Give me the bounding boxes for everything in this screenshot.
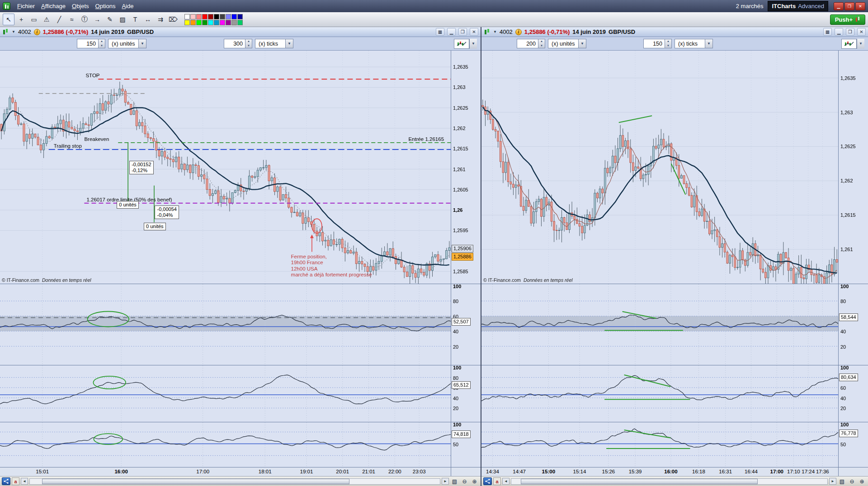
color-swatch[interactable]	[196, 20, 202, 25]
share-icon[interactable]	[483, 477, 492, 485]
chart-style-button[interactable]	[841, 39, 857, 49]
color-swatch[interactable]	[220, 20, 225, 25]
freehand-tool-icon[interactable]: ≈	[66, 14, 78, 25]
menu-aide[interactable]: Aide	[118, 1, 137, 11]
price-axis[interactable]: 1,26351,2631,26251,2621,26151,2611,26051…	[451, 51, 481, 284]
window-maximize-icon[interactable]: ❒	[846, 28, 854, 36]
color-swatch[interactable]	[237, 20, 243, 25]
color-swatch[interactable]	[237, 14, 243, 19]
color-swatch[interactable]	[202, 20, 208, 25]
color-swatch[interactable]	[226, 14, 231, 19]
ticks-type-select[interactable]: (x) ticks ▼	[675, 39, 713, 48]
menu-affichage[interactable]: Affichage	[38, 1, 69, 11]
color-swatch[interactable]	[226, 20, 231, 25]
alarm-tool-icon[interactable]: ⚠	[41, 14, 52, 25]
oscillator-chart-1[interactable]	[0, 284, 451, 365]
circled-text-tool-icon[interactable]: Ⓣ	[79, 14, 90, 25]
candlestick-canvas[interactable]	[481, 51, 838, 284]
color-swatch[interactable]	[220, 14, 225, 19]
oscillator-canvas[interactable]	[0, 365, 451, 422]
window-minimize-icon[interactable]: ▁	[447, 28, 456, 36]
info-icon[interactable]: i	[515, 29, 522, 35]
scroll-right-button[interactable]: ►	[829, 478, 836, 485]
color-swatch[interactable]	[202, 14, 208, 19]
oscillator-chart-2[interactable]	[0, 365, 451, 422]
grid-view-icon[interactable]: ▦	[823, 28, 832, 36]
zoom-in-icon[interactable]: ⊕	[858, 477, 866, 485]
menu-options[interactable]: Options	[92, 1, 119, 11]
instrument-dropdown-icon[interactable]: ▼	[493, 30, 497, 34]
menu-objets[interactable]: Objets	[69, 1, 92, 11]
magnet-icon[interactable]: a	[12, 477, 19, 485]
zoom-out-icon[interactable]: ⊖	[460, 477, 469, 485]
color-swatch[interactable]	[208, 20, 213, 25]
magnet-icon[interactable]: a	[493, 477, 501, 485]
h-scrollbar[interactable]	[29, 478, 440, 485]
main-chart[interactable]: © IT-Finance.comDonnées en temps réel	[481, 51, 838, 284]
scrollbar-thumb[interactable]	[42, 479, 349, 484]
pencil-tool-icon[interactable]: ✎	[104, 14, 116, 25]
oscillator-chart-1[interactable]	[481, 284, 838, 365]
oscillator-chart-3[interactable]	[481, 422, 838, 467]
oscillator-canvas[interactable]	[0, 284, 451, 365]
delete-tool-icon[interactable]: ⌦	[167, 14, 179, 25]
app-restore-button[interactable]: ❐	[844, 2, 854, 10]
share-icon[interactable]	[2, 477, 10, 485]
chart-style-button[interactable]	[454, 39, 469, 49]
app-close-button[interactable]: ✕	[855, 2, 865, 10]
units-count-input[interactable]: 150 ▲▼	[77, 39, 105, 48]
h-scrollbar[interactable]	[511, 478, 828, 485]
oscillator-chart-3[interactable]	[0, 422, 451, 467]
rectangle-tool-icon[interactable]: ▭	[28, 14, 40, 25]
window-titlebar[interactable]: ▼ 4002 i 1,25886 (-0,71%) 14 juin 2019 G…	[0, 27, 481, 37]
text-tool-icon[interactable]: T	[129, 14, 141, 25]
horizontal-extend-tool-icon[interactable]: ↔	[142, 14, 154, 25]
chart-style-dropdown[interactable]: ▼	[469, 39, 477, 49]
color-swatch[interactable]	[190, 20, 196, 25]
zoom-in-icon[interactable]: ⊕	[470, 477, 479, 485]
window-minimize-icon[interactable]: ▁	[835, 28, 843, 36]
color-swatch[interactable]	[208, 14, 213, 19]
crosshair-tool-icon[interactable]: +	[15, 14, 27, 25]
color-swatch[interactable]	[184, 20, 190, 25]
color-swatch[interactable]	[196, 14, 202, 19]
info-icon[interactable]: i	[34, 29, 40, 35]
window-id[interactable]: 4002	[18, 28, 31, 35]
scroll-right-button[interactable]: ►	[442, 478, 449, 485]
time-axis[interactable]: 14:3414:4715:0015:1415:2615:3916:0016:18…	[481, 467, 868, 476]
ticks-type-select[interactable]: (x) ticks ▼	[255, 39, 293, 48]
color-swatch[interactable]	[190, 14, 196, 19]
color-swatch[interactable]	[214, 14, 219, 19]
window-titlebar[interactable]: ▼ 4002 i 1,25886 (-0,71%) 14 juin 2019 G…	[481, 27, 868, 37]
zoom-chart-icon[interactable]: ▧	[450, 477, 459, 485]
scrollbar-thumb[interactable]	[521, 479, 758, 484]
color-swatch[interactable]	[214, 20, 219, 25]
parallel-lines-tool-icon[interactable]: ⇉	[155, 14, 166, 25]
zoom-out-icon[interactable]: ⊖	[848, 477, 856, 485]
window-maximize-icon[interactable]: ❒	[458, 28, 467, 36]
window-id[interactable]: 4002	[500, 28, 513, 35]
oscillator-canvas[interactable]	[0, 422, 451, 467]
ticks-count-input[interactable]: 150 ▲▼	[643, 39, 672, 48]
menu-fichier[interactable]: Fichier	[14, 1, 38, 11]
main-chart[interactable]: STOPBreakevenEntrée 1.26165Trailing stop…	[0, 51, 451, 284]
instrument-dropdown-icon[interactable]: ▼	[12, 30, 15, 34]
time-axis[interactable]: 15:0116:0017:0018:0119:0120:0121:0122:00…	[0, 467, 481, 476]
candlestick-canvas[interactable]	[0, 51, 451, 284]
grid-view-icon[interactable]: ▦	[436, 28, 444, 36]
oscillator-canvas[interactable]	[481, 422, 838, 467]
trend-line-tool-icon[interactable]: ╱	[53, 14, 65, 25]
ticks-count-input[interactable]: 300 ▲▼	[224, 39, 252, 48]
color-swatch[interactable]	[231, 14, 237, 19]
oscillator-canvas[interactable]	[481, 365, 838, 422]
cursor-tool-icon[interactable]: ↖	[3, 14, 14, 25]
chart-style-dropdown[interactable]: ▼	[857, 39, 864, 49]
color-swatch[interactable]	[184, 14, 190, 19]
oscillator-chart-2[interactable]	[481, 365, 838, 422]
color-swatch[interactable]	[231, 20, 237, 25]
scroll-left-button[interactable]: ◄	[502, 478, 509, 485]
highlight-tool-icon[interactable]: ▨	[117, 14, 128, 25]
units-type-select[interactable]: (x) unités ▼	[108, 39, 146, 48]
window-close-icon[interactable]: ✕	[470, 28, 478, 36]
price-axis[interactable]: 1,26351,2631,26251,2621,26151,261	[838, 51, 868, 284]
